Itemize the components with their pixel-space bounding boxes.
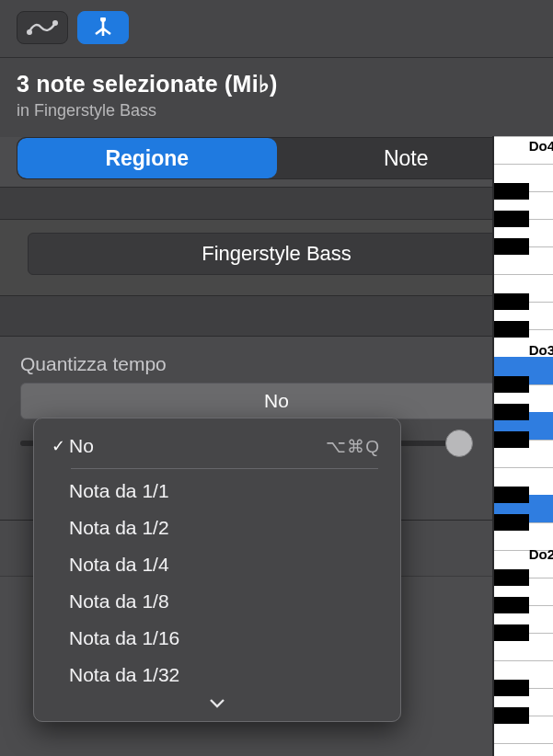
menu-shortcut: ⌥⌘Q <box>326 436 380 457</box>
piano-black-key[interactable] <box>494 404 529 420</box>
menu-item-1-32[interactable]: Nota da 1/32 <box>40 657 395 693</box>
piano-rail[interactable]: Do4 Do3 Do2 <box>492 136 553 756</box>
quantize-label: Quantizza tempo <box>20 353 533 375</box>
octave-label: Do4 <box>529 138 553 154</box>
svg-point-1 <box>52 20 58 26</box>
svg-point-0 <box>27 29 32 35</box>
piano-black-key[interactable] <box>494 211 529 227</box>
section-divider <box>0 187 553 220</box>
tab-region[interactable]: Regione <box>17 138 277 178</box>
piano-white-key[interactable] <box>494 743 553 756</box>
menu-item-no[interactable]: ✓ No ⌥⌘Q <box>40 428 395 464</box>
catch-playhead-button[interactable] <box>77 11 129 44</box>
track-name-row: Fingerstyle Bass <box>0 220 553 296</box>
menu-item-label: No <box>69 435 326 457</box>
menu-item-label: Nota da 1/2 <box>69 517 380 539</box>
quantize-menu: ✓ No ⌥⌘Q Nota da 1/1 Nota da 1/2 Nota da… <box>33 418 401 722</box>
piano-black-key[interactable] <box>494 431 529 448</box>
menu-more[interactable] <box>40 693 395 717</box>
piano-black-key[interactable] <box>494 238 529 255</box>
menu-item-1-1[interactable]: Nota da 1/1 <box>40 473 395 510</box>
menu-item-label: Nota da 1/16 <box>69 627 380 649</box>
piano-black-key[interactable] <box>494 597 529 613</box>
menu-item-1-4[interactable]: Nota da 1/4 <box>40 546 395 583</box>
piano-black-key[interactable] <box>494 680 529 696</box>
track-name-field[interactable]: Fingerstyle Bass <box>28 233 525 275</box>
menu-item-1-16[interactable]: Nota da 1/16 <box>40 620 395 657</box>
piano-black-key[interactable] <box>494 487 529 503</box>
toolbar <box>0 0 553 58</box>
menu-item-label: Nota da 1/4 <box>69 554 380 576</box>
menu-item-1-8[interactable]: Nota da 1/8 <box>40 583 395 620</box>
check-icon: ✓ <box>47 436 69 456</box>
selection-subtitle: in Fingerstyle Bass <box>17 101 536 120</box>
piano-black-key[interactable] <box>494 376 529 393</box>
piano-black-key[interactable] <box>494 293 529 310</box>
chevron-down-icon <box>209 697 225 708</box>
piano-black-key[interactable] <box>494 514 529 531</box>
piano-black-key[interactable] <box>494 624 529 641</box>
piano-black-key[interactable] <box>494 707 529 724</box>
octave-label: Do3 <box>529 342 553 358</box>
section-divider <box>0 296 553 337</box>
catch-playhead-icon <box>89 17 117 38</box>
piano-black-key[interactable] <box>494 321 529 338</box>
svg-point-2 <box>100 17 106 22</box>
quantize-popup[interactable]: No <box>20 383 533 419</box>
quantize-value: No <box>264 390 289 412</box>
octave-label: Do2 <box>529 546 553 562</box>
piano-black-key[interactable] <box>494 183 529 200</box>
inspector-tabs: Regione Note <box>17 137 536 179</box>
inspector-header: 3 note selezionate (Mi♭) in Fingerstyle … <box>0 58 553 137</box>
automation-button[interactable] <box>17 11 68 44</box>
selection-title: 3 note selezionate (Mi♭) <box>17 71 536 97</box>
piano-black-key[interactable] <box>494 569 529 586</box>
menu-item-1-2[interactable]: Nota da 1/2 <box>40 510 395 546</box>
automation-curve-icon <box>27 18 58 37</box>
menu-separator <box>71 468 378 469</box>
menu-item-label: Nota da 1/8 <box>69 590 380 613</box>
menu-item-label: Nota da 1/32 <box>69 664 380 686</box>
menu-item-label: Nota da 1/1 <box>69 480 380 502</box>
